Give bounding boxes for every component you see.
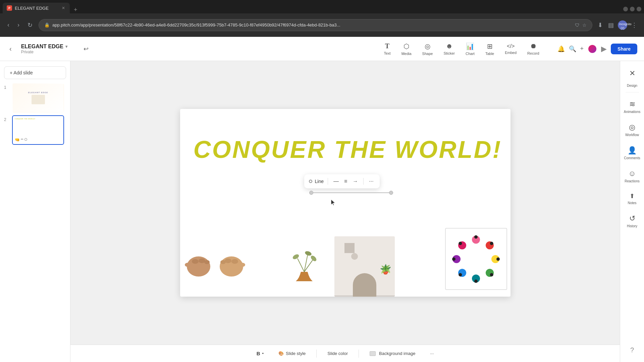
line-handle-left[interactable] bbox=[309, 191, 313, 195]
svg-point-20 bbox=[484, 240, 495, 251]
line-handle-right[interactable] bbox=[389, 191, 393, 195]
toolbar-separator bbox=[328, 178, 328, 185]
slide-canvas[interactable]: CONQUER THE WORLD! Line — ≡ → ··· bbox=[180, 109, 511, 297]
comments-tool-button[interactable]: 👤 Comments bbox=[621, 143, 644, 163]
animations-icon: ≋ bbox=[629, 100, 635, 109]
table-tool-button[interactable]: ⊞ Table bbox=[481, 40, 499, 58]
text-tool-button[interactable]: T Text bbox=[379, 40, 395, 58]
hands-sticker bbox=[183, 251, 247, 278]
sidebar-right: ✕ Design ≋ Animations ◎ Workflow 👤 Comme… bbox=[620, 61, 644, 362]
tab-close-button[interactable]: ✕ bbox=[61, 5, 66, 11]
shape-tool-button[interactable]: ◎ Shape bbox=[418, 40, 438, 58]
chart-tool-icon: 📊 bbox=[466, 42, 474, 50]
svg-point-16 bbox=[304, 250, 312, 256]
record-tool-button[interactable]: ⏺ Record bbox=[523, 40, 544, 58]
project-visibility-label: Private bbox=[21, 50, 67, 54]
slide-style-icon: 🎨 bbox=[278, 351, 284, 356]
plant-vase-icon bbox=[284, 238, 324, 282]
slide-number-2: 2 bbox=[4, 115, 9, 122]
reactions-tool-button[interactable]: ☺ Reactions bbox=[621, 166, 644, 186]
slide-style-button[interactable]: 🎨 Slide style bbox=[274, 349, 310, 358]
embed-tool-icon: </> bbox=[507, 43, 515, 49]
svg-point-31 bbox=[452, 257, 455, 261]
slide-title: CONQUER THE WORLD! bbox=[194, 136, 497, 163]
desk-scene: 🪴 bbox=[334, 236, 395, 297]
avatar-group bbox=[588, 44, 597, 54]
url-bar[interactable]: 🔒 app.pitch.com/app/presentation/58f67c2… bbox=[39, 19, 592, 31]
line-dash-style-button[interactable]: — bbox=[332, 177, 340, 186]
line-element[interactable] bbox=[309, 190, 393, 194]
slide-item-2[interactable]: 2 CONQUER THE WORLD! 🤜 ✏ bbox=[4, 115, 66, 145]
background-image-preview bbox=[370, 351, 376, 356]
svg-point-23 bbox=[496, 257, 500, 261]
download-button[interactable]: ⬇ bbox=[596, 20, 604, 30]
design-label: Design bbox=[627, 83, 637, 88]
svg-point-5 bbox=[204, 260, 210, 264]
shape-tool-label: Shape bbox=[422, 52, 433, 56]
bold-button[interactable]: B • bbox=[253, 349, 268, 358]
animations-tool-button[interactable]: ≋ Animations bbox=[621, 97, 644, 117]
shape-tool-icon: ◎ bbox=[425, 42, 430, 50]
reload-button[interactable]: ↻ bbox=[25, 19, 35, 31]
back-button[interactable]: ‹ bbox=[5, 19, 11, 31]
background-image-button[interactable]: Background image bbox=[366, 349, 419, 358]
embed-tool-button[interactable]: </> Embed bbox=[500, 41, 521, 57]
slide-thumbnail-2[interactable]: CONQUER THE WORLD! 🤜 ✏ bbox=[12, 115, 64, 145]
canvas-wrapper[interactable]: CONQUER THE WORLD! Line — ≡ → ··· bbox=[70, 61, 620, 345]
add-button[interactable]: + bbox=[580, 45, 584, 52]
table-tool-label: Table bbox=[485, 52, 494, 56]
profile-button[interactable]: Incognito (2) bbox=[618, 20, 627, 30]
help-button[interactable]: ? bbox=[628, 344, 637, 357]
forward-button[interactable]: › bbox=[15, 19, 21, 31]
share-button[interactable]: Share bbox=[611, 44, 637, 54]
slide-thumbnail-1[interactable]: ELEGANT EDGE bbox=[12, 83, 64, 113]
svg-point-9 bbox=[231, 259, 238, 264]
right-sidebar-close-button[interactable]: ✕ bbox=[627, 66, 638, 80]
app-header: ‹ ELEGANT EDGE ▾ Private ↩ T Text ⬡ Medi… bbox=[0, 37, 644, 61]
workflow-icon: ◎ bbox=[629, 123, 635, 132]
sidebar-toggle-button[interactable]: ▤ bbox=[607, 20, 615, 30]
line-double-style-button[interactable]: ≡ bbox=[343, 177, 348, 186]
canvas-area: CONQUER THE WORLD! Line — ≡ → ··· bbox=[70, 61, 620, 362]
embed-tool-label: Embed bbox=[505, 51, 517, 55]
line-body bbox=[313, 192, 389, 193]
text-tool-label: Text bbox=[384, 51, 390, 55]
window-maximize-button[interactable] bbox=[630, 7, 635, 11]
media-tool-button[interactable]: ⬡ Media bbox=[397, 40, 416, 58]
window-minimize-button[interactable] bbox=[623, 7, 628, 11]
extensions-button[interactable]: ⋮ bbox=[630, 20, 639, 30]
record-tool-icon: ⏺ bbox=[530, 42, 537, 50]
slide-item-1[interactable]: 1 ELEGANT EDGE bbox=[4, 83, 66, 113]
window-close-button[interactable] bbox=[637, 7, 641, 11]
notes-tool-button[interactable]: ⬆ Notes bbox=[621, 189, 644, 208]
comments-label: Comments bbox=[624, 156, 640, 160]
slide-color-button[interactable]: Slide color bbox=[323, 349, 352, 358]
line-element-toolbar: Line — ≡ → ··· bbox=[304, 174, 380, 188]
line-more-options-button[interactable]: ··· bbox=[368, 177, 375, 186]
new-tab-button[interactable]: + bbox=[71, 6, 80, 13]
dropdown-arrow-icon[interactable]: ▾ bbox=[65, 44, 67, 49]
reactions-label: Reactions bbox=[625, 179, 639, 183]
svg-point-4 bbox=[199, 258, 205, 263]
star-icon[interactable]: ☆ bbox=[582, 22, 587, 28]
history-tool-button[interactable]: ↺ History bbox=[621, 211, 644, 231]
line-arrow-style-button[interactable]: → bbox=[351, 177, 359, 186]
line-type-label: Line bbox=[315, 179, 324, 184]
active-tab[interactable]: P ELEGANT EDGE ✕ bbox=[3, 3, 70, 13]
chart-tool-button[interactable]: 📊 Chart bbox=[461, 40, 479, 58]
app: ‹ ELEGANT EDGE ▾ Private ↩ T Text ⬡ Medi… bbox=[0, 37, 644, 362]
notifications-button[interactable]: 🔔 bbox=[557, 45, 565, 53]
svg-point-27 bbox=[474, 280, 478, 283]
notes-icon: ⬆ bbox=[630, 192, 635, 200]
people-circle-sticker bbox=[445, 228, 507, 290]
undo-button[interactable]: ↩ bbox=[81, 43, 91, 55]
sticker-tool-button[interactable]: ☻ Sticker bbox=[439, 40, 460, 58]
table-tool-icon: ⊞ bbox=[487, 42, 493, 50]
add-slide-button[interactable]: + Add slide bbox=[4, 66, 66, 79]
present-mode-button[interactable]: ▶ bbox=[601, 45, 607, 53]
workflow-tool-button[interactable]: ◎ Workflow bbox=[621, 120, 644, 140]
back-button[interactable]: ‹ bbox=[7, 44, 14, 54]
more-options-button[interactable]: ··· bbox=[426, 349, 438, 358]
svg-point-15 bbox=[292, 253, 300, 260]
search-button[interactable]: 🔍 bbox=[569, 45, 576, 53]
